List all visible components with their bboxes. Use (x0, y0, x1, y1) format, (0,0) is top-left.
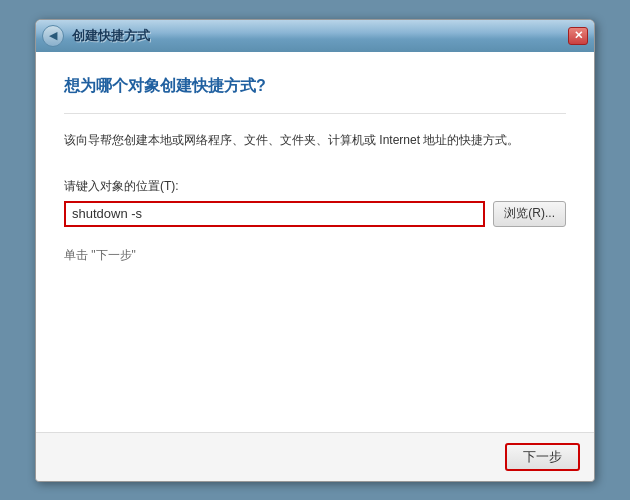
field-label: 请键入对象的位置(T): (64, 178, 566, 195)
description-text: 该向导帮您创建本地或网络程序、文件、文件夹、计算机或 Internet 地址的快… (64, 130, 566, 150)
window-title: 创建快捷方式 (72, 27, 150, 45)
input-row: 浏览(R)... (64, 201, 566, 227)
back-icon: ◀ (49, 29, 57, 42)
next-button[interactable]: 下一步 (505, 443, 580, 471)
title-bar: ◀ 创建快捷方式 ✕ (36, 20, 594, 52)
title-bar-controls: ✕ (568, 27, 588, 45)
hint-text: 单击 "下一步" (64, 247, 566, 264)
main-window: ◀ 创建快捷方式 ✕ 想为哪个对象创建快捷方式? 该向导帮您创建本地或网络程序、… (35, 19, 595, 482)
title-bar-left: ◀ 创建快捷方式 (42, 25, 150, 47)
browse-button[interactable]: 浏览(R)... (493, 201, 566, 227)
back-button[interactable]: ◀ (42, 25, 64, 47)
footer: 下一步 (36, 432, 594, 481)
content-area: 想为哪个对象创建快捷方式? 该向导帮您创建本地或网络程序、文件、文件夹、计算机或… (36, 52, 594, 432)
main-title: 想为哪个对象创建快捷方式? (64, 76, 566, 97)
divider (64, 113, 566, 114)
close-button[interactable]: ✕ (568, 27, 588, 45)
spacer (64, 264, 566, 412)
location-input[interactable] (64, 201, 485, 227)
